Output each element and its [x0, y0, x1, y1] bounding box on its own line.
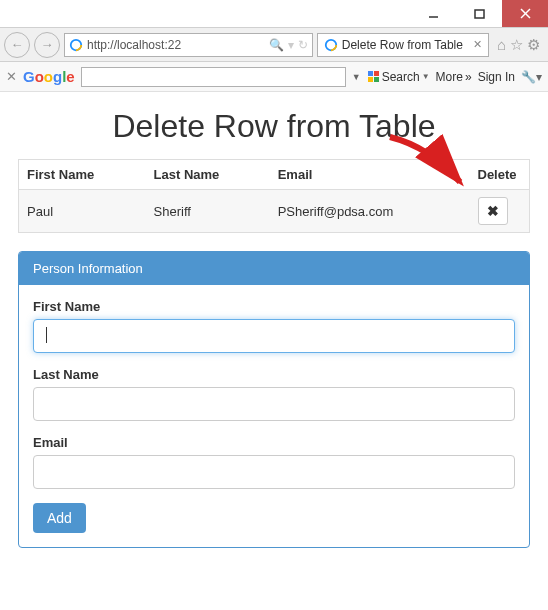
google-icon	[367, 70, 380, 83]
cell-first: Paul	[19, 190, 146, 233]
first-name-label: First Name	[33, 299, 515, 314]
window-close-button[interactable]	[502, 0, 548, 27]
refresh-icon[interactable]: ↻	[298, 38, 308, 52]
page-title: Delete Row from Table	[18, 108, 530, 145]
toolbar-close-icon[interactable]: ✕	[6, 69, 17, 84]
svg-rect-8	[368, 77, 373, 82]
first-name-input[interactable]	[33, 319, 515, 353]
col-last: Last Name	[146, 160, 270, 190]
svg-rect-1	[475, 10, 484, 18]
svg-rect-9	[374, 77, 379, 82]
last-name-label: Last Name	[33, 367, 515, 382]
settings-icon[interactable]: ⚙	[527, 36, 540, 54]
x-icon: ✖	[487, 203, 499, 219]
forward-button[interactable]: →	[34, 32, 60, 58]
last-name-input[interactable]	[33, 387, 515, 421]
favorites-icon[interactable]: ☆	[510, 36, 523, 54]
table-row: Paul Sheriff PSheriff@pdsa.com ✖	[19, 190, 530, 233]
google-logo: Google	[23, 68, 75, 85]
delete-row-button[interactable]: ✖	[478, 197, 508, 225]
more-button[interactable]: More »	[436, 70, 472, 84]
wrench-icon[interactable]: 🔧▾	[521, 70, 542, 84]
tab-close-icon[interactable]: ✕	[473, 38, 482, 51]
ie-icon	[69, 38, 83, 52]
address-bar[interactable]: http://localhost:22 🔍 ▾ ↻	[64, 33, 313, 57]
window-minimize-button[interactable]	[410, 0, 456, 27]
window-titlebar	[0, 0, 548, 28]
email-input[interactable]	[33, 455, 515, 489]
col-delete: Delete	[470, 160, 530, 190]
svg-rect-7	[374, 71, 379, 76]
search-button[interactable]: Search▼	[367, 70, 430, 84]
url-text: http://localhost:22	[87, 38, 265, 52]
google-toolbar: ✕ Google ▼ Search▼ More » Sign In 🔧▾	[0, 62, 548, 92]
data-table: First Name Last Name Email Delete Paul S…	[18, 159, 530, 233]
table-header-row: First Name Last Name Email Delete	[19, 160, 530, 190]
signin-button[interactable]: Sign In	[478, 70, 515, 84]
browser-tab[interactable]: Delete Row from Table ✕	[317, 33, 489, 57]
ie-icon	[324, 38, 338, 52]
email-label: Email	[33, 435, 515, 450]
add-button[interactable]: Add	[33, 503, 86, 533]
addr-search-icon[interactable]: 🔍	[269, 38, 284, 52]
col-email: Email	[270, 160, 470, 190]
google-search-input[interactable]	[81, 67, 346, 87]
back-button[interactable]: ←	[4, 32, 30, 58]
window-maximize-button[interactable]	[456, 0, 502, 27]
panel-header: Person Information	[19, 252, 529, 285]
svg-rect-6	[368, 71, 373, 76]
home-icon[interactable]: ⌂	[497, 36, 506, 54]
page-content: Delete Row from Table First Name Last Na…	[0, 92, 548, 558]
col-first: First Name	[19, 160, 146, 190]
cell-last: Sheriff	[146, 190, 270, 233]
cell-email: PSheriff@pdsa.com	[270, 190, 470, 233]
tab-title: Delete Row from Table	[342, 38, 463, 52]
browser-navbar: ← → http://localhost:22 🔍 ▾ ↻ Delete Row…	[0, 28, 548, 62]
person-panel: Person Information First Name Last Name …	[18, 251, 530, 548]
